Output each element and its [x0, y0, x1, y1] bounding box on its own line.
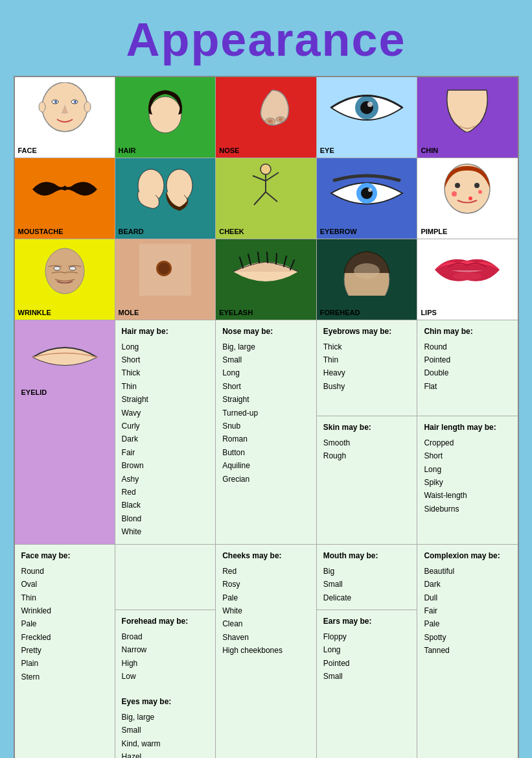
list-item: Pale: [21, 617, 108, 630]
ears-text-cell: Ears may be: Floppy Long Pointed Small: [316, 610, 417, 758]
svg-point-2: [54, 101, 57, 103]
list-item: Ashy: [122, 473, 209, 486]
hair-cell: HAIR: [115, 77, 216, 158]
eyes-heading: Eyes may be:: [122, 696, 209, 708]
svg-point-32: [45, 248, 84, 294]
eye-label: EYE: [320, 147, 334, 154]
list-item: Grecian: [222, 473, 310, 486]
list-item: Red: [122, 486, 209, 499]
svg-line-22: [266, 192, 277, 202]
image-row-3: WRINKLE MOLE: [14, 239, 518, 320]
mouth-text-cell: Mouth may be: Big Small Delicate: [316, 544, 417, 610]
list-item: Long: [222, 366, 310, 379]
list-item: Button: [222, 446, 310, 459]
face-icon: [18, 80, 111, 136]
svg-point-37: [158, 263, 170, 274]
forehead-eyes-cell: Forehead may be: Broad Narrow High Low E…: [115, 610, 216, 758]
wrinkle-cell: WRINKLE: [14, 239, 115, 320]
svg-point-31: [468, 196, 472, 200]
hair-length-text-cell: Hair length may be: Cropped Short Long S…: [417, 416, 518, 544]
list-item: Pale: [222, 591, 310, 604]
cheek-label: CHEEK: [219, 228, 244, 235]
eyebrows-text-cell: Eyebrows may be: Thick Thin Heavy Bushy: [316, 320, 417, 416]
list-item: Long: [122, 340, 209, 353]
forehead-icon: [320, 243, 414, 298]
face-label: FACE: [18, 147, 37, 154]
moustache-label: MOUSTACHE: [18, 228, 64, 235]
skin-heading: Skin may be:: [323, 421, 411, 434]
image-row-1: FACE HAIR: [14, 77, 518, 158]
complexion-list: Beautiful Dark Dull Fair Pale Spotty Tan…: [424, 565, 511, 657]
eye-icon: [320, 80, 414, 136]
list-item: Red: [222, 565, 310, 578]
face-cell: FACE: [14, 77, 115, 158]
list-item: Cropped: [424, 436, 511, 449]
list-item: Long: [424, 463, 511, 476]
lips-label: LIPS: [421, 309, 436, 316]
list-item: Dull: [424, 591, 511, 604]
svg-line-19: [253, 176, 266, 181]
forehead-cell: FOREHEAD: [316, 239, 417, 320]
svg-line-42: [276, 254, 277, 264]
svg-point-30: [478, 190, 482, 194]
svg-line-21: [254, 192, 266, 205]
list-item: Pale: [424, 617, 511, 630]
eyelid-label: EYELID: [21, 385, 115, 396]
list-item: Big, large: [222, 340, 310, 353]
nose-text-cell: Nose may be: Big, large Small Long Short…: [216, 320, 317, 544]
list-item: Brown: [122, 459, 209, 472]
svg-point-28: [474, 183, 480, 188]
list-item: Shaven: [222, 631, 310, 644]
list-item: Thick: [323, 340, 411, 353]
list-item: Clean: [222, 617, 310, 630]
list-item: Thin: [122, 380, 209, 393]
pimple-label: PIMPLE: [421, 228, 447, 235]
svg-point-14: [367, 102, 373, 107]
list-item: Short: [122, 353, 209, 366]
list-item: Rosy: [222, 578, 310, 591]
list-item: Beautiful: [424, 565, 511, 578]
eyebrow-cell: EYEBROW: [316, 158, 417, 239]
complexion-heading: Complexion may be:: [424, 550, 511, 562]
list-item: Narrow: [122, 643, 209, 656]
list-item: Fair: [424, 604, 511, 617]
svg-point-27: [455, 183, 460, 188]
list-item: White: [222, 604, 310, 617]
list-item: Blond: [122, 512, 209, 525]
face-text-cell: Face may be: Round Oval Thin Wrinkled Pa…: [14, 544, 115, 758]
svg-point-29: [452, 191, 457, 196]
wrinkle-icon: [18, 243, 111, 298]
list-item: Wrinkled: [21, 604, 108, 617]
beard-cell: BEARD: [115, 158, 216, 239]
list-item: Fair: [122, 446, 209, 459]
chin-cell: CHIN: [417, 77, 518, 158]
svg-point-7: [149, 97, 181, 133]
svg-line-41: [267, 252, 268, 263]
main-table: FACE HAIR: [14, 76, 519, 758]
mole-icon: [119, 243, 213, 298]
list-item: Big: [323, 565, 411, 578]
wrinkle-label: WRINKLE: [18, 309, 51, 316]
moustache-icon: [18, 161, 111, 217]
list-item: Small: [323, 578, 411, 591]
svg-line-44: [290, 260, 294, 270]
eyebrows-list: Thick Thin Heavy Bushy: [323, 340, 411, 394]
list-item: Hazel: [122, 750, 209, 758]
list-item: Straight: [222, 393, 310, 406]
chin-label: CHIN: [421, 147, 438, 154]
pimple-cell: PIMPLE: [417, 158, 518, 239]
list-item: Delicate: [323, 591, 411, 604]
list-item: Dark: [122, 432, 209, 445]
svg-point-25: [368, 188, 372, 192]
list-item: Heavy: [323, 366, 411, 379]
pimple-icon: [421, 161, 514, 217]
list-item: Short: [424, 449, 511, 462]
empty-cell-1: [115, 544, 216, 610]
hair-text-cell: Hair may be: Long Short Thick Thin Strai…: [115, 320, 216, 544]
moustache-cell: MOUSTACHE: [14, 158, 115, 239]
image-row-2: MOUSTACHE BEARD: [14, 158, 518, 239]
list-item: Wavy: [122, 407, 209, 420]
nose-list: Big, large Small Long Short Straight Tur…: [222, 340, 310, 486]
list-item: Pointed: [424, 353, 511, 366]
list-item: Spotty: [424, 631, 511, 644]
